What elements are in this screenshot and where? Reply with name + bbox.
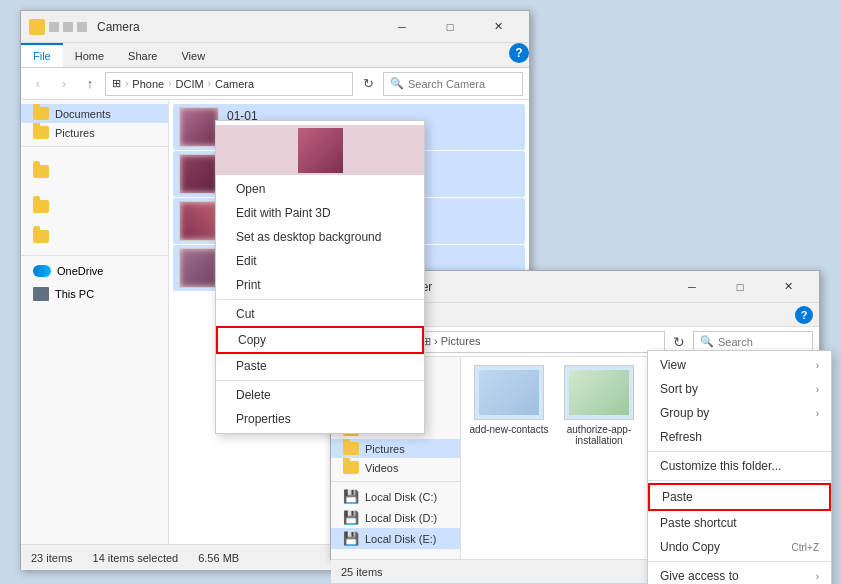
ctx2-divider-1 (648, 451, 831, 452)
sw-file-item-2[interactable]: authorize-app-installation (559, 365, 639, 446)
up-button[interactable]: ↑ (79, 73, 101, 95)
sidebar-label-pictures: Pictures (55, 127, 95, 139)
ctx2-view-arrow: › (816, 360, 819, 371)
ctx2-sort[interactable]: Sort by › (648, 377, 831, 401)
file-thumbnail-4 (179, 248, 219, 288)
path-phone: ⊞ (112, 77, 121, 90)
sw-disk-icon-c: 💾 (343, 489, 359, 504)
status-item-count: 23 items (31, 552, 73, 564)
sw-sidebar-diskd[interactable]: 💾 Local Disk (D:) (331, 507, 460, 528)
sidebar-item-folder2[interactable] (21, 191, 168, 221)
sidebar-item-thispc[interactable]: This PC (21, 282, 168, 306)
ctx-paste[interactable]: Paste (216, 354, 424, 378)
sw-disk-icon-d: 💾 (343, 510, 359, 525)
ctx2-give-access[interactable]: Give access to › (648, 564, 831, 584)
ctx-set-desktop[interactable]: Set as desktop background (216, 225, 424, 249)
search-box[interactable]: 🔍 Search Camera (383, 72, 523, 96)
sw-thumbnail-2 (564, 365, 634, 420)
search-placeholder: Search Camera (408, 78, 485, 90)
ctx-cut[interactable]: Cut (216, 302, 424, 326)
sidebar-item-folder1[interactable] (21, 151, 168, 191)
file-thumbnail-3 (179, 201, 219, 241)
sidebar-item-onedrive[interactable]: OneDrive (21, 260, 168, 282)
tab-view[interactable]: View (169, 43, 217, 67)
context-menu-2: View › Sort by › Group by › Refresh Cust… (647, 350, 832, 584)
address-path[interactable]: ⊞ › Phone › DCIM › Camera (105, 72, 353, 96)
sidebar-divider (21, 146, 168, 147)
sw-thumbnail-1 (474, 365, 544, 420)
ctx-edit[interactable]: Edit (216, 249, 424, 273)
ctx2-paste-shortcut[interactable]: Paste shortcut (648, 511, 831, 535)
window-folder-icon (29, 19, 45, 35)
preview-image (298, 128, 343, 173)
ctx-copy[interactable]: Copy (216, 326, 424, 354)
sw-folder-icon-4 (343, 442, 359, 455)
tab-share[interactable]: Share (116, 43, 169, 67)
ctx2-view[interactable]: View › (648, 353, 831, 377)
second-address-path[interactable]: ⊞ › Pictures (415, 331, 665, 353)
sw-file-item-1[interactable]: add-new-contacts (469, 365, 549, 446)
folder-icon-5 (33, 230, 49, 243)
forward-button[interactable]: › (53, 73, 75, 95)
main-title-bar: Camera ─ □ ✕ (21, 11, 529, 43)
second-status-text: 25 items (341, 566, 383, 578)
folder-icon (33, 107, 49, 120)
status-selected-count: 14 items selected (93, 552, 179, 564)
ctx-print[interactable]: Print (216, 273, 424, 297)
path-camera: Camera (215, 78, 254, 90)
sidebar-item-folder3[interactable] (21, 221, 168, 251)
second-help-button[interactable]: ? (795, 306, 813, 324)
quick-access-icon3 (77, 22, 87, 32)
sw-sidebar-divider (331, 481, 460, 482)
folder-icon-3 (33, 165, 49, 178)
ctx-edit-paint3d[interactable]: Edit with Paint 3D (216, 201, 424, 225)
sw-folder-icon-5 (343, 461, 359, 474)
sw-sidebar-pictures[interactable]: Pictures (331, 439, 460, 458)
sw-file-name-2: authorize-app-installation (559, 424, 639, 446)
sidebar-item-documents[interactable]: Documents (21, 104, 168, 123)
sw-sidebar-diske[interactable]: 💾 Local Disk (E:) (331, 528, 460, 549)
onedrive-icon (33, 265, 51, 277)
sw-thumb-img-1 (479, 370, 539, 415)
second-window-controls: ─ □ ✕ (669, 272, 811, 302)
close-button[interactable]: ✕ (475, 12, 521, 42)
second-close-button[interactable]: ✕ (765, 272, 811, 302)
tab-file[interactable]: File (21, 43, 63, 67)
ctx-properties[interactable]: Properties (216, 407, 424, 431)
sidebar-label-thispc: This PC (55, 288, 94, 300)
help-button[interactable]: ? (509, 43, 529, 63)
ctx2-paste[interactable]: Paste (648, 483, 831, 511)
quick-access-icon (49, 22, 59, 32)
sw-sidebar-videos[interactable]: Videos (331, 458, 460, 477)
sw-disk-icon-e: 💾 (343, 531, 359, 546)
sidebar-label-onedrive: OneDrive (57, 265, 103, 277)
ribbon: File Home Share View ? (21, 43, 529, 68)
file-thumbnail-2 (179, 154, 219, 194)
path-camera-folder: DCIM (176, 78, 204, 90)
sw-sidebar-diskc[interactable]: 💾 Local Disk (C:) (331, 486, 460, 507)
address-bar: ‹ › ↑ ⊞ › Phone › DCIM › Camera ↻ 🔍 Sear… (21, 68, 529, 100)
refresh-button[interactable]: ↻ (357, 73, 379, 95)
second-maximize-button[interactable]: □ (717, 272, 763, 302)
second-minimize-button[interactable]: ─ (669, 272, 715, 302)
minimize-button[interactable]: ─ (379, 12, 425, 42)
window-controls: ─ □ ✕ (379, 12, 521, 42)
back-button[interactable]: ‹ (27, 73, 49, 95)
ctx-open[interactable]: Open (216, 177, 424, 201)
maximize-button[interactable]: □ (427, 12, 473, 42)
sw-thumb-img-2 (569, 370, 629, 415)
tab-home[interactable]: Home (63, 43, 116, 67)
ctx2-group[interactable]: Group by › (648, 401, 831, 425)
second-refresh-button[interactable]: ↻ (669, 332, 689, 352)
sidebar-item-pictures[interactable]: Pictures (21, 123, 168, 142)
ribbon-tabs: File Home Share View ? (21, 43, 529, 67)
ctx2-undo-copy[interactable]: Undo Copy Ctrl+Z (648, 535, 831, 559)
ctx2-refresh[interactable]: Refresh (648, 425, 831, 449)
ctx2-divider-2 (648, 480, 831, 481)
title-bar-icons (29, 19, 87, 35)
folder-icon-2 (33, 126, 49, 139)
ctx-divider-2 (216, 380, 424, 381)
sw-file-name-1: add-new-contacts (469, 424, 549, 435)
ctx2-customize[interactable]: Customize this folder... (648, 454, 831, 478)
ctx-delete[interactable]: Delete (216, 383, 424, 407)
